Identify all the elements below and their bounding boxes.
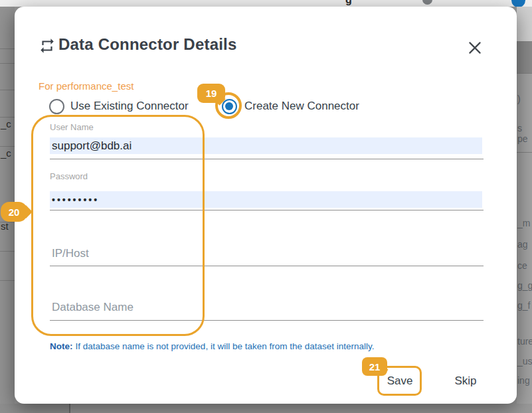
bg-divider xyxy=(0,117,15,118)
background-right-edge: ) s pe _m ag ce g_g g_f ture _us ing xyxy=(517,7,532,404)
radio-label-use-existing: Use Existing Connector xyxy=(70,100,189,113)
background-text-fragment: ) xyxy=(517,94,521,104)
radio-use-existing-connector[interactable] xyxy=(49,99,64,114)
bg-divider xyxy=(0,280,15,281)
bg-divider xyxy=(69,404,70,413)
skip-button[interactable]: Skip xyxy=(448,369,484,393)
password-label: Password xyxy=(50,171,88,181)
ip-host-input[interactable] xyxy=(50,244,482,263)
database-name-input[interactable] xyxy=(50,298,482,317)
dialog-title: Data Connector Details xyxy=(58,35,236,54)
save-button[interactable]: Save xyxy=(381,369,419,393)
password-input[interactable] xyxy=(50,191,482,208)
background-text-fragment: _us xyxy=(517,356,532,367)
screen: g _c _c st ) s pe _m ag ce g_g g_f ture … xyxy=(0,0,532,413)
bg-divider xyxy=(0,146,15,147)
swap-connector-icon xyxy=(39,37,56,54)
background-text-fragment: ture xyxy=(517,336,532,347)
username-underline xyxy=(50,159,484,159)
background-text-fragment: ing xyxy=(517,375,530,386)
background-text-fragment: ce xyxy=(517,260,527,271)
database-name-underline xyxy=(50,320,484,321)
background-text-fragment: g_f xyxy=(517,300,530,311)
note-body: If database name is not provided, it wil… xyxy=(76,341,375,351)
background-text-fragment: g_g xyxy=(517,280,532,291)
radio-create-new-connector[interactable] xyxy=(222,99,237,114)
bg-divider xyxy=(517,73,532,74)
close-icon[interactable] xyxy=(464,37,486,58)
background-bottom-edge xyxy=(0,404,532,413)
background-text-fragment: _m xyxy=(517,218,530,228)
background-text-fragment: _c xyxy=(1,118,11,129)
background-text-fragment: _c xyxy=(1,147,11,159)
ip-host-underline xyxy=(50,266,484,266)
note-text: Note:If database name is not provided, i… xyxy=(50,341,375,351)
bg-panel xyxy=(517,41,532,73)
bg-divider xyxy=(0,63,15,64)
password-underline xyxy=(50,210,484,210)
background-page-header: g xyxy=(0,0,532,7)
dataset-context-label: For performance_test xyxy=(39,80,133,92)
background-gray-dot-icon xyxy=(422,0,432,5)
bg-panel xyxy=(70,404,532,413)
background-blue-dot-icon xyxy=(511,0,525,7)
username-input[interactable] xyxy=(50,137,482,154)
radio-label-create-new: Create New Connector xyxy=(244,100,359,113)
background-left-edge: _c _c st xyxy=(0,7,15,404)
bg-divider xyxy=(0,251,15,252)
radio-selected-dot xyxy=(225,102,233,110)
background-text-fragment: st xyxy=(1,220,9,232)
username-label: User Name xyxy=(50,122,94,132)
background-text-fragment: ag xyxy=(517,239,528,250)
bg-divider xyxy=(517,152,532,153)
bg-divider xyxy=(0,90,15,90)
bg-divider xyxy=(0,48,15,49)
background-text-fragment: g xyxy=(345,0,352,6)
background-text-fragment: s pe xyxy=(517,123,532,144)
bg-panel xyxy=(517,7,532,41)
note-prefix: Note: xyxy=(50,341,73,351)
